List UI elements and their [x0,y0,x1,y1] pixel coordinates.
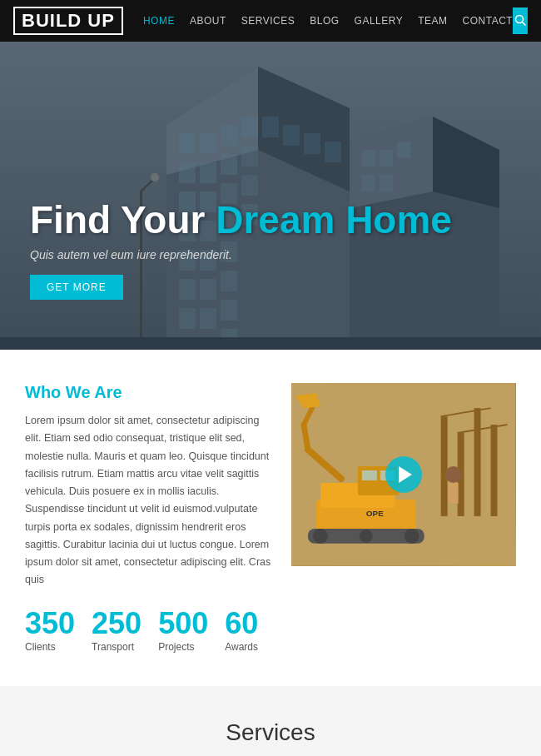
who-text-column: Who We Are Lorem ipsum dolor sit amet, c… [25,383,271,653]
nav-links: HOME ABOUT SERVICES BLOG GALLERY TEAM CO… [143,15,513,27]
nav-blog[interactable]: BLOG [310,15,339,27]
hero-title-accent: Dream Home [216,198,452,241]
who-body: Lorem ipsum dolor sit amet, consectetur … [25,412,271,589]
svg-rect-51 [474,408,481,516]
hero-subtitle: Quis autem vel eum iure reprehenderit. [30,248,452,261]
stat-transport-label: Transport [92,641,141,653]
navbar: BUILD UP HOME ABOUT SERVICES BLOG GALLER… [0,0,541,42]
who-image-column: OPE [291,383,516,653]
svg-text:OPE: OPE [366,509,384,518]
svg-point-65 [313,529,328,544]
services-section: Services Lorem ipsum delectus reiciendis… [0,686,541,757]
who-image-bg: OPE [291,383,516,566]
hero-content: Find Your Dream Home Quis autem vel eum … [30,199,452,300]
stat-clients-number: 350 [25,606,75,641]
hero-title-start: Find Your [30,198,216,241]
svg-point-67 [360,530,373,543]
stat-transport: 250 Transport [92,606,141,653]
who-title: Who We Are [25,383,271,402]
svg-rect-69 [449,483,459,504]
hero-cta-button[interactable]: GET MORE [30,275,123,300]
play-icon [399,466,412,483]
nav-gallery[interactable]: GALLERY [355,15,404,27]
play-button[interactable] [385,456,422,493]
stat-transport-number: 250 [92,606,141,641]
svg-point-68 [445,466,462,483]
site-logo: BUILD UP [13,7,123,35]
stat-awards-label: Awards [225,641,258,653]
who-section: Who We Are Lorem ipsum dolor sit amet, c… [0,350,541,686]
stat-clients: 350 Clients [25,606,75,653]
svg-line-1 [523,22,526,25]
svg-rect-49 [441,416,448,516]
stat-clients-label: Clients [25,641,75,653]
search-button[interactable] [513,7,528,34]
nav-services[interactable]: SERVICES [241,15,295,27]
hero-overlay [0,42,541,350]
svg-rect-58 [362,470,377,480]
stat-awards: 60 Awards [225,606,258,653]
svg-point-66 [405,529,419,544]
nav-home[interactable]: HOME [143,15,175,27]
stats-row: 350 Clients 250 Transport 500 Projects 6… [25,606,271,653]
services-title: Services [25,719,516,746]
hero-title: Find Your Dream Home [30,199,452,241]
search-icon [514,14,526,28]
stat-projects: 500 Projects [158,606,208,653]
nav-contact[interactable]: CONTACT [463,15,514,27]
svg-line-61 [304,425,308,450]
svg-rect-52 [491,425,498,516]
hero-section: Find Your Dream Home Quis autem vel eum … [0,42,541,350]
nav-team[interactable]: TEAM [418,15,447,27]
nav-about[interactable]: ABOUT [190,15,226,27]
stat-awards-number: 60 [225,606,258,641]
stat-projects-label: Projects [158,641,208,653]
stat-projects-number: 500 [158,606,208,641]
